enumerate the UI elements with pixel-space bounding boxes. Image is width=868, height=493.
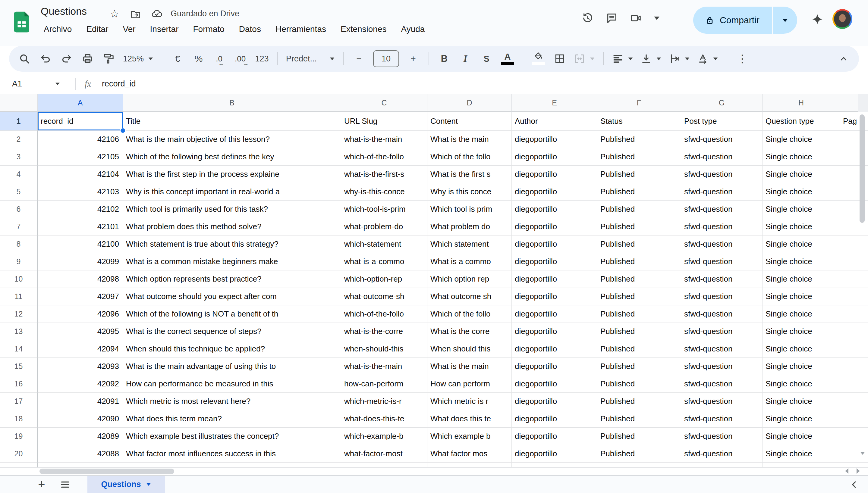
cell-F8[interactable]: Published xyxy=(597,236,681,253)
cell-C12[interactable]: which-of-the-follo xyxy=(341,305,427,323)
cell-B6[interactable]: Which tool is primarily used for this ta… xyxy=(123,200,341,218)
cell-E18[interactable]: diegoportillo xyxy=(512,410,597,428)
cell-Hpartial[interactable] xyxy=(763,463,840,467)
menu-editar[interactable]: Editar xyxy=(84,23,110,35)
cell-A19[interactable]: 42089 xyxy=(38,428,123,445)
cell-D14[interactable]: When should this xyxy=(427,340,512,358)
cell-H1[interactable]: Question type xyxy=(763,112,840,131)
cell-F10[interactable]: Published xyxy=(597,271,681,288)
row-header-13[interactable]: 13 xyxy=(0,323,38,340)
cell-D11[interactable]: What outcome sh xyxy=(427,288,512,305)
cell-D13[interactable]: What is the corre xyxy=(427,323,512,340)
cell-G17[interactable]: sfwd-question xyxy=(681,393,763,410)
zoom-control[interactable]: 125% xyxy=(123,54,153,64)
cell-F17[interactable]: Published xyxy=(597,393,681,410)
cell-D6[interactable]: Which tool is prim xyxy=(427,200,512,218)
cell-A7[interactable]: 42101 xyxy=(38,218,123,236)
cell-I10[interactable] xyxy=(840,271,868,288)
column-header-C[interactable]: C xyxy=(341,94,427,112)
cell-H10[interactable]: Single choice xyxy=(763,271,840,288)
cell-E3[interactable]: diegoportillo xyxy=(512,148,597,166)
cell-A4[interactable]: 42104 xyxy=(38,166,123,183)
cell-Dpartial[interactable] xyxy=(427,463,512,467)
cell-C7[interactable]: what-problem-do xyxy=(341,218,427,236)
cell-C17[interactable]: which-metric-is-r xyxy=(341,393,427,410)
column-header-H[interactable]: H xyxy=(763,94,840,112)
cell-G11[interactable]: sfwd-question xyxy=(681,288,763,305)
cell-G4[interactable]: sfwd-question xyxy=(681,166,763,183)
sheets-logo-icon[interactable] xyxy=(14,12,29,33)
cell-F4[interactable]: Published xyxy=(597,166,681,183)
cell-I18[interactable] xyxy=(840,410,868,428)
saved-status[interactable]: Guardado en Drive xyxy=(171,9,239,18)
cell-I9[interactable] xyxy=(840,253,868,271)
row-header-12[interactable]: 12 xyxy=(0,305,38,323)
cell-E11[interactable]: diegoportillo xyxy=(512,288,597,305)
cell-A15[interactable]: 42093 xyxy=(38,358,123,375)
cell-F20[interactable]: Published xyxy=(597,445,681,463)
cell-G5[interactable]: sfwd-question xyxy=(681,183,763,200)
cell-C16[interactable]: how-can-perform xyxy=(341,375,427,393)
horizontal-scrollbar-thumb[interactable] xyxy=(40,469,174,474)
cell-H15[interactable]: Single choice xyxy=(763,358,840,375)
share-button[interactable]: Compartir xyxy=(693,7,797,34)
cell-E15[interactable]: diegoportillo xyxy=(512,358,597,375)
row-header-9[interactable]: 9 xyxy=(0,253,38,271)
cell-B2[interactable]: What is the main objective of this lesso… xyxy=(123,131,341,148)
cell-G3[interactable]: sfwd-question xyxy=(681,148,763,166)
row-header-11[interactable]: 11 xyxy=(0,288,38,305)
decrease-decimals-button[interactable]: .0← xyxy=(213,50,227,67)
cell-B13[interactable]: What is the correct sequence of steps? xyxy=(123,323,341,340)
cell-F9[interactable]: Published xyxy=(597,253,681,271)
cell-H14[interactable]: Single choice xyxy=(763,340,840,358)
cell-H8[interactable]: Single choice xyxy=(763,236,840,253)
cell-D19[interactable]: Which example b xyxy=(427,428,512,445)
cell-D5[interactable]: Why is this conce xyxy=(427,183,512,200)
cell-D2[interactable]: What is the main xyxy=(427,131,512,148)
collapse-toolbar-chevron-icon[interactable] xyxy=(836,50,850,67)
text-rotation-dropdown[interactable] xyxy=(697,53,718,64)
menu-herramientas[interactable]: Herramientas xyxy=(273,23,329,35)
paint-format-icon[interactable] xyxy=(102,50,116,67)
text-wrap-dropdown[interactable] xyxy=(669,53,690,64)
merge-cells-dropdown[interactable] xyxy=(574,53,595,64)
cell-C6[interactable]: which-tool-is-prim xyxy=(341,200,427,218)
row-header-20[interactable]: 20 xyxy=(0,445,38,463)
font-size-input[interactable]: 10 xyxy=(373,50,399,67)
cell-E17[interactable]: diegoportillo xyxy=(512,393,597,410)
cell-E4[interactable]: diegoportillo xyxy=(512,166,597,183)
cell-Cpartial[interactable] xyxy=(341,463,427,467)
cell-E16[interactable]: diegoportillo xyxy=(512,375,597,393)
cell-G15[interactable]: sfwd-question xyxy=(681,358,763,375)
cloud-saved-icon[interactable] xyxy=(151,8,163,20)
cell-B18[interactable]: What does this term mean? xyxy=(123,410,341,428)
cell-F3[interactable]: Published xyxy=(597,148,681,166)
cell-C19[interactable]: which-example-b xyxy=(341,428,427,445)
cell-A18[interactable]: 42090 xyxy=(38,410,123,428)
star-icon[interactable]: ☆ xyxy=(108,8,121,20)
row-header-1[interactable]: 1 xyxy=(0,112,38,131)
meet-dropdown-caret-icon[interactable] xyxy=(654,17,659,20)
row-header-18[interactable]: 18 xyxy=(0,410,38,428)
row-header-3[interactable]: 3 xyxy=(0,148,38,166)
cell-I15[interactable] xyxy=(840,358,868,375)
cell-B8[interactable]: Which statement is true about this strat… xyxy=(123,236,341,253)
text-color-button[interactable]: A xyxy=(501,50,515,67)
cell-C8[interactable]: which-statement xyxy=(341,236,427,253)
cell-D15[interactable]: What is the main xyxy=(427,358,512,375)
search-icon[interactable] xyxy=(18,50,32,67)
column-header-D[interactable]: D xyxy=(427,94,512,112)
horizontal-scroll-left-arrow-icon[interactable] xyxy=(845,468,848,474)
cell-A20[interactable]: 42088 xyxy=(38,445,123,463)
cell-G8[interactable]: sfwd-question xyxy=(681,236,763,253)
horizontal-scroll-right-arrow-icon[interactable] xyxy=(856,468,860,474)
cell-D10[interactable]: Which option rep xyxy=(427,271,512,288)
cell-A17[interactable]: 42091 xyxy=(38,393,123,410)
cell-H19[interactable]: Single choice xyxy=(763,428,840,445)
cell-D20[interactable]: What factor mos xyxy=(427,445,512,463)
column-header-B[interactable]: B xyxy=(123,94,341,112)
cell-E19[interactable]: diegoportillo xyxy=(512,428,597,445)
cell-F2[interactable]: Published xyxy=(597,131,681,148)
cell-A3[interactable]: 42105 xyxy=(38,148,123,166)
move-to-folder-icon[interactable] xyxy=(130,8,142,20)
